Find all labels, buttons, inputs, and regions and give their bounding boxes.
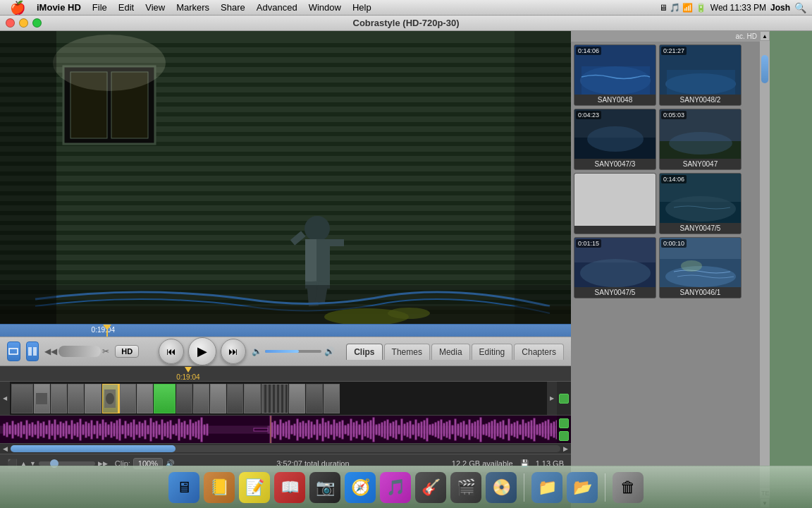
tab-themes[interactable]: Themes xyxy=(384,344,430,360)
svg-rect-197 xyxy=(460,423,462,437)
dock-idvd[interactable]: 📀 xyxy=(486,472,517,503)
menu-help[interactable]: Help xyxy=(347,0,377,16)
svg-rect-106 xyxy=(147,425,149,434)
clip-thumb-sany0047-5[interactable]: 0:14:06 SANY0047/5 xyxy=(659,173,742,234)
menu-share[interactable]: Share xyxy=(215,0,251,16)
clip-thumb-sany0046-1[interactable]: 0:00:10 SANY0046/1 xyxy=(659,237,742,298)
clip-segment[interactable] xyxy=(137,384,153,413)
clip-segment[interactable] xyxy=(289,384,305,413)
volume-slider[interactable] xyxy=(265,350,321,353)
track-checkbox-1[interactable] xyxy=(559,394,569,404)
clip-thumb-sany0048-2[interactable]: 0:21:27 SANY0048/2 xyxy=(659,44,742,106)
clip-segment[interactable] xyxy=(11,384,33,413)
timeline-view-button[interactable] xyxy=(26,341,39,361)
play-button[interactable]: ▶ xyxy=(188,337,216,365)
scrollbar-thumb[interactable] xyxy=(761,55,768,83)
dock-facetime[interactable]: 📷 xyxy=(309,472,340,503)
timeline-scroll-left[interactable]: ◀ xyxy=(0,382,10,415)
clip-track[interactable]: ◀ xyxy=(0,382,571,416)
svg-rect-40 xyxy=(330,239,344,246)
dock-finder[interactable]: 🖥 xyxy=(168,472,199,503)
clip-segment[interactable] xyxy=(324,384,340,413)
scroll-thumb[interactable] xyxy=(11,445,176,452)
clip-segment[interactable] xyxy=(34,384,50,413)
scroll-left-btn[interactable]: ◀ xyxy=(3,445,8,452)
svg-rect-63 xyxy=(26,421,27,439)
dock-stickies[interactable]: 📝 xyxy=(239,472,270,503)
clip-time-7: 0:01:15 xyxy=(576,239,601,248)
dock-dictionary[interactable]: 📖 xyxy=(274,472,305,503)
audio-track[interactable]: // Generate waveform-like pattern inline… xyxy=(0,416,571,444)
clip-segment[interactable] xyxy=(68,384,84,413)
clip-segment[interactable] xyxy=(244,384,260,413)
clip-thumb-sany0048[interactable]: 0:14:06 SANY0048 xyxy=(574,44,656,106)
search-icon[interactable]: 🔍 xyxy=(794,2,806,13)
svg-rect-99 xyxy=(128,424,129,435)
clip-segment-active[interactable] xyxy=(102,384,118,413)
svg-rect-134 xyxy=(283,423,284,436)
speed-slider[interactable] xyxy=(59,346,101,357)
svg-rect-189 xyxy=(438,421,439,438)
clip-segment[interactable] xyxy=(120,384,136,413)
clip-thumb-empty[interactable] xyxy=(574,173,656,234)
minimize-button[interactable] xyxy=(19,18,28,28)
tab-editing[interactable]: Editing xyxy=(472,344,513,360)
dock-address-book[interactable]: 📒 xyxy=(204,472,235,503)
menu-advanced[interactable]: Advanced xyxy=(251,0,303,16)
dock-itunes[interactable]: 🎵 xyxy=(380,472,411,503)
scrollbar-up[interactable]: ▲ xyxy=(760,31,770,41)
clip-segment[interactable] xyxy=(85,384,101,413)
dock-safari[interactable]: 🧭 xyxy=(345,472,376,503)
scroll-track[interactable] xyxy=(11,445,560,452)
clip-view-button[interactable] xyxy=(7,341,20,361)
timeline-scroll-right[interactable]: ▶ xyxy=(547,382,557,415)
svg-rect-111 xyxy=(161,420,163,440)
svg-rect-227 xyxy=(545,421,546,438)
audio-checkbox-1[interactable] xyxy=(559,418,569,428)
rewind-button[interactable]: ⏮ xyxy=(159,339,184,364)
clip-segment[interactable] xyxy=(176,384,192,413)
apple-menu[interactable]: 🍎 xyxy=(4,0,31,16)
svg-rect-72 xyxy=(51,424,53,435)
menu-markers[interactable]: Markers xyxy=(171,0,215,16)
clip-segment-green[interactable] xyxy=(154,384,176,413)
clip-thumb-sany0047[interactable]: 0:05:03 SANY0047 xyxy=(659,109,742,170)
dock-garage-band[interactable]: 🎸 xyxy=(415,472,446,503)
zoom-slider[interactable] xyxy=(39,461,95,466)
menu-view[interactable]: View xyxy=(140,0,171,16)
fastforward-button[interactable]: ⏭ xyxy=(221,339,246,364)
timeline-scrollbar-h[interactable]: ◀ ▶ xyxy=(0,444,571,454)
tab-media[interactable]: Media xyxy=(431,344,470,360)
scroll-right-btn[interactable]: ▶ xyxy=(563,445,568,452)
clip-label-6: SANY0047/5 xyxy=(660,223,741,234)
hd-badge[interactable]: HD xyxy=(115,345,139,358)
clip-segment-striped[interactable] xyxy=(262,384,289,413)
scrubber-bar[interactable]: 0:19:04 xyxy=(0,324,571,337)
close-button[interactable] xyxy=(6,18,15,28)
audio-checkbox-2[interactable] xyxy=(559,431,569,441)
maximize-button[interactable] xyxy=(32,18,42,28)
clip-segment[interactable] xyxy=(210,384,226,413)
dock-downloads[interactable]: 📂 xyxy=(567,472,598,503)
tab-chapters[interactable]: Chapters xyxy=(514,344,564,360)
scrubber-handle[interactable] xyxy=(103,325,111,337)
tab-clips[interactable]: Clips xyxy=(346,344,382,360)
menu-imovie[interactable]: iMovie HD xyxy=(31,0,87,16)
clip-segment[interactable] xyxy=(306,384,322,413)
clip-thumb-sany0047-5-b[interactable]: 0:01:15 SANY0047/5 xyxy=(574,237,656,298)
clip-segment[interactable] xyxy=(51,384,67,413)
dock-imovie[interactable]: 🎬 xyxy=(450,472,481,503)
clip-segment[interactable] xyxy=(227,384,243,413)
scrubber-line xyxy=(106,330,108,337)
clip-segment[interactable] xyxy=(193,384,209,413)
scrollbar-track[interactable] xyxy=(760,41,770,488)
menu-edit[interactable]: Edit xyxy=(113,0,140,16)
window-buttons xyxy=(6,18,42,28)
dock-applications[interactable]: 📁 xyxy=(531,472,562,503)
dock-trash[interactable]: 🗑 xyxy=(613,472,644,503)
clip-thumb-sany0047-3[interactable]: 0:04:23 SANY0047/3 xyxy=(574,109,656,170)
menu-file[interactable]: File xyxy=(87,0,113,16)
svg-rect-208 xyxy=(491,421,493,438)
svg-point-252 xyxy=(665,196,736,222)
menu-window[interactable]: Window xyxy=(303,0,347,16)
